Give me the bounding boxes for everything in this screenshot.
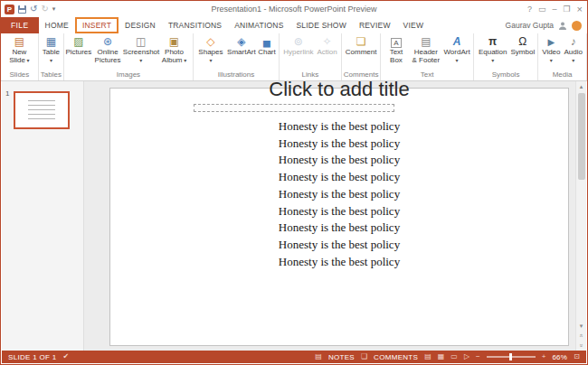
reading-view-icon[interactable] [450,351,458,363]
shapes-icon [206,35,214,49]
scrollbar-thumb[interactable] [578,93,585,180]
title-placeholder-prompt[interactable]: Click to add title [110,78,568,101]
tab-animations[interactable]: ANIMATIONS [228,17,289,33]
ribbon-group-illustrations: Shapes SmartArt Chart Illustrations [194,33,280,80]
notes-toggle[interactable]: NOTES [328,353,355,361]
tab-design[interactable]: DESIGN [119,17,162,33]
body-line[interactable]: Honesty is the best policy [110,136,568,153]
scroll-down-icon[interactable] [576,321,587,331]
pictures-label: Pictures [65,49,91,57]
ribbon-group-media: Video Audio Media [538,33,587,80]
shapes-label: Shapes [197,49,224,65]
smartart-button[interactable]: SmartArt [226,34,257,70]
zoom-slider[interactable] [487,356,536,358]
tab-review[interactable]: REVIEW [353,17,397,33]
comments-icon [361,351,367,363]
customize-quick-access-icon[interactable]: ▾ [52,5,56,13]
photo-album-button[interactable]: Photo Album [157,34,191,70]
next-slide-icon[interactable] [576,341,587,351]
proofing-icon[interactable] [62,351,69,363]
zoom-level[interactable]: 66% [552,353,567,361]
table-icon [46,35,56,49]
body-line[interactable]: Honesty is the best policy [110,118,568,136]
zoom-slider-thumb[interactable] [509,353,512,360]
action-icon [323,35,332,49]
text-box-button[interactable]: Text Box [383,34,409,70]
table-button[interactable]: Table [41,34,62,70]
chart-button[interactable]: Chart [257,34,277,70]
body-line[interactable]: Honesty is the best policy [110,186,568,203]
statusbar-right: NOTES COMMENTS 66% [315,351,580,363]
new-slide-button[interactable]: New Slide [3,34,36,70]
body-line[interactable]: Honesty is the best policy [110,254,568,271]
body-line[interactable]: Honesty is the best policy [110,237,568,254]
ribbon-display-options-icon[interactable] [538,4,546,14]
body-line[interactable]: Honesty is the best policy [110,152,568,169]
tab-slide-show[interactable]: SLIDE SHOW [290,17,353,33]
body-line[interactable]: Honesty is the best policy [110,220,568,237]
screenshot-button[interactable]: Screenshot [124,34,157,70]
slide-sorter-icon[interactable] [438,351,445,363]
pictures-button[interactable]: Pictures [66,34,91,70]
wordart-icon [453,35,461,49]
avatar[interactable] [572,21,582,31]
slide-canvas[interactable]: Click to add title Honesty is the best p… [109,88,569,346]
online-pictures-button[interactable]: Online Pictures [91,34,125,70]
close-icon[interactable] [577,4,583,15]
tab-file[interactable]: FILE [1,17,39,33]
save-icon[interactable] [18,5,26,14]
slideshow-icon[interactable] [464,351,469,363]
body-line[interactable]: Honesty is the best policy [110,169,568,186]
header-footer-button[interactable]: Header & Footer [410,34,443,70]
slide-indicator[interactable]: SLIDE 1 OF 1 [8,353,56,361]
symbol-button[interactable]: Symbol [509,34,536,70]
audio-icon [571,35,576,49]
comment-button[interactable]: Comment [344,34,379,70]
tab-home[interactable]: HOME [39,17,75,33]
fit-to-window-icon[interactable] [574,351,580,363]
tab-transitions[interactable]: TRANSITIONS [162,17,228,33]
user-name: Gaurav Gupta [506,21,554,30]
vertical-scrollbar[interactable] [575,81,586,351]
main-area: 1 Click to add title Honesty is the best… [2,81,586,351]
zoom-in-icon[interactable] [542,351,546,363]
screenshot-icon [136,35,146,49]
scroll-up-icon[interactable] [576,81,587,91]
powerpoint-app-icon[interactable]: P [5,5,14,14]
body-line[interactable]: Honesty is the best policy [110,203,568,220]
online-pictures-label: Online Pictures [93,49,123,65]
powerpoint-window: P ↺ ↻ ▾ Presentation1 - Microsoft PowerP… [0,0,588,365]
ribbon-group-slides: New Slide Slides [1,33,39,80]
text-box-icon [391,35,401,49]
scrollbar-track[interactable] [576,91,587,321]
comments-toggle[interactable]: COMMENTS [374,353,418,361]
title-placeholder-box[interactable] [194,104,394,112]
normal-view-icon[interactable] [424,351,432,363]
slide-thumbnail[interactable] [14,91,70,129]
zoom-out-icon[interactable] [476,351,480,363]
ribbon-group-tables: Table Tables [39,33,64,80]
wordart-button[interactable]: WordArt [442,34,471,70]
ribbon-insert-content: New Slide Slides Table Tables Pictures [1,33,587,81]
audio-button[interactable]: Audio [563,34,584,70]
previous-slide-icon[interactable] [576,331,587,341]
undo-icon[interactable]: ↺ [30,5,37,14]
ribbon-group-symbols: Equation Symbol Symbols [474,33,538,80]
user-account[interactable]: Gaurav Gupta [506,17,587,33]
ribbon-group-text: Text Box Header & Footer WordArt Text [381,33,473,80]
minimize-icon[interactable] [552,4,556,14]
window-controls [527,4,587,15]
restore-icon[interactable] [563,4,570,14]
video-button[interactable]: Video [540,34,562,70]
help-icon[interactable] [527,4,532,14]
ribbon-group-images: Pictures Online Pictures Screenshot Phot… [64,33,194,80]
chart-label: Chart [258,49,276,57]
slide-editor: Click to add title Honesty is the best p… [84,81,575,351]
body-text[interactable]: Honesty is the best policy Honesty is th… [110,118,568,270]
shapes-button[interactable]: Shapes [195,34,226,70]
tab-view[interactable]: VIEW [397,17,431,33]
slide-number: 1 [5,89,9,98]
chart-icon [263,35,270,49]
tab-insert[interactable]: INSERT [75,17,119,33]
equation-button[interactable]: Equation [476,34,510,70]
